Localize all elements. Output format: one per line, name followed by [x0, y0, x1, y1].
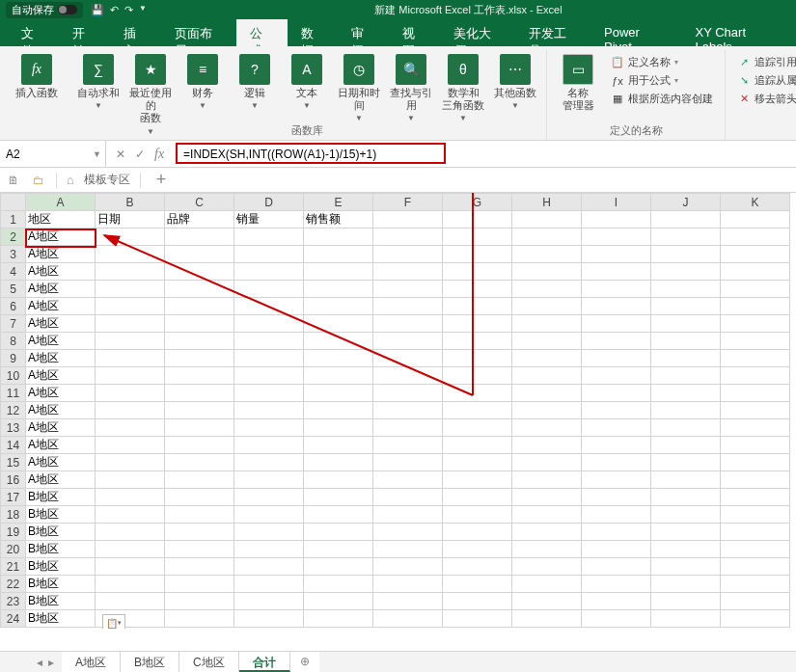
- cell[interactable]: [373, 315, 443, 333]
- cell[interactable]: [373, 610, 443, 628]
- cell[interactable]: [512, 350, 582, 367]
- cell[interactable]: [582, 298, 651, 315]
- cell[interactable]: [96, 489, 165, 506]
- row-header[interactable]: 12: [1, 402, 26, 419]
- cell[interactable]: [443, 558, 512, 576]
- cell[interactable]: [582, 315, 651, 333]
- cell[interactable]: [721, 541, 790, 558]
- cell[interactable]: [373, 506, 443, 524]
- cell[interactable]: [443, 281, 512, 298]
- cell[interactable]: [721, 489, 790, 506]
- cell[interactable]: [512, 263, 582, 281]
- cell[interactable]: [512, 298, 582, 315]
- cell[interactable]: [651, 471, 721, 489]
- cell[interactable]: [721, 298, 790, 315]
- cell[interactable]: [165, 263, 234, 281]
- cell[interactable]: [96, 315, 165, 333]
- cell[interactable]: [165, 558, 234, 576]
- datetime-button[interactable]: ◷ 日期和时间 ▼: [336, 52, 382, 122]
- cell[interactable]: [512, 281, 582, 298]
- cell[interactable]: 地区: [26, 211, 96, 228]
- cell[interactable]: [582, 541, 651, 558]
- cell[interactable]: [721, 263, 790, 281]
- cell[interactable]: [96, 593, 165, 610]
- row-header[interactable]: 10: [1, 367, 26, 385]
- cell[interactable]: [165, 228, 234, 246]
- tab-data[interactable]: 数据: [288, 19, 339, 46]
- cell[interactable]: A地区: [26, 437, 96, 454]
- row-header[interactable]: 1: [1, 211, 26, 228]
- cell[interactable]: [96, 506, 165, 524]
- cell[interactable]: A地区: [26, 471, 96, 489]
- cell[interactable]: B地区: [26, 593, 96, 610]
- cell[interactable]: [373, 298, 443, 315]
- cell[interactable]: [373, 350, 443, 367]
- cell[interactable]: [651, 489, 721, 506]
- cell[interactable]: [96, 246, 165, 263]
- cell[interactable]: [582, 454, 651, 471]
- cell[interactable]: [304, 558, 373, 576]
- cell[interactable]: [443, 419, 512, 437]
- cell[interactable]: [373, 246, 443, 263]
- cell[interactable]: [373, 593, 443, 610]
- cell[interactable]: [582, 367, 651, 385]
- cell[interactable]: [443, 437, 512, 454]
- cell[interactable]: [234, 610, 304, 628]
- cell[interactable]: [582, 506, 651, 524]
- tab-beautify[interactable]: 美化大师: [440, 19, 515, 46]
- row-header[interactable]: 3: [1, 246, 26, 263]
- paste-options-button[interactable]: 📋▾: [102, 614, 125, 629]
- cell[interactable]: [96, 419, 165, 437]
- cell[interactable]: [512, 228, 582, 246]
- column-header[interactable]: H: [512, 194, 582, 211]
- row-header[interactable]: 16: [1, 471, 26, 489]
- cell[interactable]: B地区: [26, 524, 96, 541]
- logical-button[interactable]: ? 逻辑 ▼: [232, 52, 278, 110]
- cancel-formula-icon[interactable]: ✕: [116, 148, 125, 161]
- cell[interactable]: [721, 402, 790, 419]
- cell[interactable]: [96, 576, 165, 593]
- cell[interactable]: [373, 558, 443, 576]
- trace-dependents-button[interactable]: ➘追踪从属单: [733, 72, 796, 89]
- cell[interactable]: [651, 419, 721, 437]
- insert-function-button[interactable]: fx 插入函数: [14, 52, 60, 99]
- cell[interactable]: A地区: [26, 350, 96, 367]
- cell[interactable]: [512, 558, 582, 576]
- cell[interactable]: [443, 385, 512, 402]
- cell[interactable]: [582, 524, 651, 541]
- cell[interactable]: [373, 454, 443, 471]
- cell[interactable]: [582, 437, 651, 454]
- row-header[interactable]: 13: [1, 419, 26, 437]
- cell[interactable]: [582, 610, 651, 628]
- cell[interactable]: 日期: [96, 211, 165, 228]
- use-in-formula-button[interactable]: ƒx用于公式▾: [607, 72, 717, 89]
- row-header[interactable]: 24: [1, 610, 26, 628]
- cell[interactable]: [721, 593, 790, 610]
- cell[interactable]: [234, 419, 304, 437]
- cell[interactable]: [165, 419, 234, 437]
- cell[interactable]: B地区: [26, 610, 96, 628]
- cell[interactable]: [234, 593, 304, 610]
- more-functions-button[interactable]: ⋯ 其他函数 ▼: [492, 52, 538, 110]
- cell[interactable]: [651, 524, 721, 541]
- cell[interactable]: [582, 402, 651, 419]
- cell[interactable]: [234, 402, 304, 419]
- cell[interactable]: B地区: [26, 558, 96, 576]
- cell[interactable]: [96, 367, 165, 385]
- cell[interactable]: [234, 228, 304, 246]
- spreadsheet-grid[interactable]: ABCDEFGHIJK 1地区日期品牌销量销售额2A地区3A地区4A地区5A地区…: [0, 193, 796, 629]
- math-button[interactable]: θ 数学和 三角函数 ▼: [440, 52, 486, 122]
- cell[interactable]: [721, 228, 790, 246]
- cell[interactable]: [234, 367, 304, 385]
- cell[interactable]: [651, 558, 721, 576]
- cell[interactable]: [304, 576, 373, 593]
- name-manager-button[interactable]: ▭ 名称 管理器: [555, 52, 601, 112]
- save-icon[interactable]: 💾: [91, 4, 104, 16]
- redo-icon[interactable]: ↷: [124, 4, 133, 16]
- cell[interactable]: [234, 246, 304, 263]
- cell[interactable]: [582, 281, 651, 298]
- cell[interactable]: [304, 489, 373, 506]
- text-button[interactable]: A 文本 ▼: [284, 52, 330, 110]
- cell[interactable]: [96, 437, 165, 454]
- cell[interactable]: [234, 576, 304, 593]
